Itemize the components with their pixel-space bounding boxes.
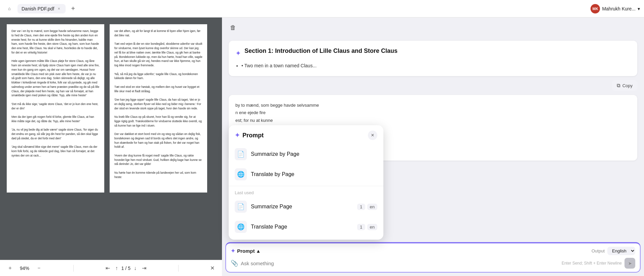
summarize-by-page-label: Summarize by Page: [251, 151, 299, 157]
prompt-arrow-icon: ▴: [257, 248, 260, 254]
section-bullets: Two men in a town named Claus...: [235, 62, 631, 69]
summarize-by-page-icon: 📄: [235, 148, 247, 160]
pdf-page-2: var det aften, og alt for langt til at k…: [110, 24, 207, 193]
translate-page-right: 1 en: [357, 224, 377, 230]
user-avatar: MK: [591, 4, 600, 13]
last-page-button[interactable]: ⇥: [140, 264, 148, 273]
home-icon: ⌂: [8, 6, 11, 11]
dropdown-title: ✦ Prompt: [235, 132, 264, 139]
main-area: Der var i en by to mænd, som begge havde…: [0, 18, 644, 276]
prompt-dropdown: ✦ Prompt × 📄 Summarize by Page 🌐 Transla…: [229, 125, 383, 240]
last-used-label: Last used: [229, 187, 383, 197]
pdf-tab[interactable]: Danish PDF.pdf ×: [17, 4, 66, 13]
ai-sparkle-icon: ✦: [235, 49, 241, 57]
add-tab-button[interactable]: +: [68, 4, 78, 13]
translate-by-page-icon: 🌐: [235, 168, 247, 180]
delete-button[interactable]: 🗑: [227, 22, 239, 34]
output-label: Output: [592, 248, 605, 253]
right-panel-toolbar: 🗑: [222, 18, 644, 34]
section-bullet-1: Two men in a town named Claus...: [241, 62, 631, 69]
pdf-page-1: Der var i en by to mænd, som begge havde…: [7, 24, 104, 193]
separator-2: [178, 265, 179, 272]
summarize-page-lang: en: [367, 204, 377, 210]
prev-page-button[interactable]: ↑: [113, 264, 120, 273]
send-icon: ➤: [628, 261, 632, 266]
summarize-page-label: Summarize Page: [251, 204, 292, 210]
section-title: Section 1: Introduction of Lille Claus a…: [244, 47, 397, 55]
prompt-toggle-button[interactable]: ✦ Prompt ▴: [231, 248, 260, 254]
pdf-text-col1: Der var i en by to mænd, som begge havde…: [11, 29, 100, 158]
topbar: ⌂ Danish PDF.pdf × + MK Mahrukh Kure... …: [0, 0, 644, 18]
translate-page-label: Translate Page: [251, 224, 287, 230]
zoom-in-button[interactable]: ＋: [5, 263, 15, 273]
send-button[interactable]: ➤: [624, 258, 635, 269]
input-row: 📎 Enter Send; Shift + Enter Newline ➤: [231, 258, 635, 269]
pdf-viewer[interactable]: Der var i en by to mænd, som begge havde…: [0, 18, 222, 260]
right-panel: 🗑 ✦ Section 1: Introduction of Lille Cla…: [222, 18, 644, 276]
pdf-panel-wrap: Der var i en by to mænd, som begge havde…: [0, 18, 222, 276]
separator-1: [73, 265, 74, 272]
zoom-level: 94%: [16, 266, 33, 271]
input-top-row: ✦ Prompt ▴ Output English: [231, 247, 635, 255]
translate-page-lang: en: [367, 224, 377, 230]
input-right-controls: Output English: [592, 247, 635, 255]
divider-1: [229, 186, 383, 186]
pdf-text-col2: var det aften, og alt for langt til at k…: [114, 29, 202, 179]
translate-page-badge: 1: [357, 224, 365, 230]
chevron-down-icon: ▾: [638, 6, 640, 11]
dropdown-close-button[interactable]: ×: [368, 131, 377, 140]
topbar-left: ⌂ Danish PDF.pdf × +: [4, 3, 78, 14]
input-sparkle-icon: ✦: [231, 248, 235, 254]
dropdown-header: ✦ Prompt ×: [229, 131, 383, 144]
user-menu-button[interactable]: MK Mahrukh Kure... ▾: [591, 4, 640, 13]
dropdown-sparkle-icon: ✦: [235, 132, 240, 139]
pdf-column-1: Der var i en by to mænd, som begge havde…: [7, 24, 104, 253]
trash-icon: 🗑: [230, 24, 236, 31]
translate-by-page-item[interactable]: 🌐 Translate by Page: [229, 164, 383, 184]
zoom-out-button[interactable]: －: [34, 263, 44, 273]
pdf-column-2: var det aften, og alt for langt til at k…: [110, 24, 207, 253]
translate-by-page-label: Translate by Page: [251, 171, 294, 177]
input-bar: ✦ Prompt ▴ Output English 📎 Enter Send; …: [226, 243, 640, 272]
topbar-right: MK Mahrukh Kure... ▾: [591, 4, 640, 13]
input-hint: Enter Send; Shift + Enter Newline: [562, 261, 622, 266]
translate-page-item[interactable]: 🌐 Translate Page 1 en: [229, 217, 383, 237]
summarize-page-badge: 1: [357, 204, 365, 210]
paperclip-icon: 📎: [231, 260, 238, 267]
copy-button[interactable]: ⧉ Copy: [612, 80, 637, 91]
close-pdf-button[interactable]: ✕: [208, 264, 217, 273]
copy-icon: ⧉: [617, 82, 620, 89]
tab-close-button[interactable]: ×: [56, 6, 62, 11]
section-card: ✦ Section 1: Introduction of Lille Claus…: [229, 41, 637, 76]
home-button[interactable]: ⌂: [4, 3, 15, 14]
pdf-tab-label: Danish PDF.pdf: [22, 6, 54, 11]
pdf-bottom-bar: ＋ 94% － ⇤ ↑ 1 / 5 ↓ ⇥ ✕: [0, 260, 222, 276]
summarize-page-icon: 📄: [235, 201, 247, 213]
copy-button-wrap: ⧉ Copy: [229, 80, 637, 91]
page-indicator: 1 / 5: [121, 266, 130, 271]
next-page-button[interactable]: ↓: [132, 264, 139, 273]
summarize-by-page-item[interactable]: 📄 Summarize by Page: [229, 144, 383, 164]
nav-controls: ⇤ ↑ 1 / 5 ↓ ⇥: [104, 264, 148, 273]
translate-page-icon: 🌐: [235, 221, 247, 233]
first-page-button[interactable]: ⇤: [104, 264, 112, 273]
language-select[interactable]: English: [607, 247, 635, 255]
user-name: Mahrukh Kure...: [602, 6, 636, 11]
attach-button[interactable]: 📎: [231, 260, 238, 267]
summarize-page-item[interactable]: 📄 Summarize Page 1 en: [229, 197, 383, 217]
summarize-page-right: 1 en: [357, 204, 377, 210]
ask-input[interactable]: [241, 261, 559, 266]
zoom-controls: ＋ 94% －: [5, 263, 44, 273]
